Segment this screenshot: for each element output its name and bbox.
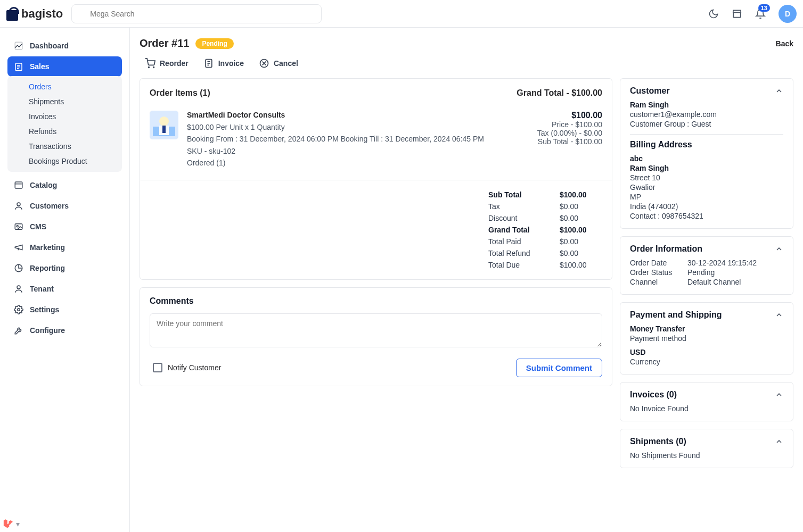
- status-badge: Pending: [195, 38, 233, 49]
- product-thumbnail: [150, 111, 178, 139]
- sidebar-item-bookings[interactable]: Bookings Product: [7, 154, 122, 169]
- marketing-icon: [14, 243, 23, 252]
- unit-line: $100.00 Per Unit x 1 Quantity: [187, 121, 529, 133]
- svg-point-14: [18, 309, 20, 311]
- sidebar-item-tenant[interactable]: Tenant: [7, 279, 122, 299]
- svg-point-15: [149, 67, 150, 68]
- payment-card: Payment and Shipping Money Transfer Paym…: [620, 302, 793, 375]
- invoices-card: Invoices (0) No Invoice Found: [620, 382, 793, 421]
- order-grand-total: Grand Total - $100.00: [517, 88, 602, 98]
- brand-name: bagisto: [21, 7, 63, 21]
- comments-title: Comments: [150, 296, 602, 306]
- sidebar-item-sales[interactable]: Sales: [7, 56, 122, 77]
- booking-line: Booking From : 31 December, 2024 06:00 P…: [187, 133, 529, 145]
- reporting-icon: [14, 263, 23, 273]
- dev-toolbar[interactable]: ▾: [3, 519, 20, 529]
- customer-email: customer1@example.com: [630, 110, 783, 119]
- comments-card: Comments Notify Customer Submit Comment: [140, 287, 612, 386]
- search-wrap: [71, 4, 322, 23]
- chevron-up-icon[interactable]: [775, 437, 783, 446]
- order-items-card: Order Items (1) Grand Total - $100.00 Sm…: [140, 78, 612, 280]
- ordered-line: Ordered (1): [187, 157, 529, 169]
- search-input[interactable]: [71, 4, 322, 23]
- cancel-button[interactable]: Cancel: [259, 58, 298, 69]
- sidebar-item-transactions[interactable]: Transactions: [7, 139, 122, 154]
- sidebar-item-dashboard[interactable]: Dashboard: [7, 36, 122, 56]
- svg-rect-28: [162, 126, 166, 133]
- chevron-up-icon[interactable]: [775, 87, 783, 95]
- topbar: bagisto 13 D: [0, 0, 803, 28]
- svg-point-13: [17, 286, 20, 289]
- chevron-up-icon[interactable]: [775, 311, 783, 319]
- main-content: Order #11 Pending Back Reorder Invoice C…: [130, 28, 803, 532]
- shipments-card: Shipments (0) No Shipments Found: [620, 429, 793, 468]
- chevron-up-icon[interactable]: [775, 390, 783, 399]
- invoice-button[interactable]: Invoice: [203, 58, 244, 69]
- dark-mode-icon[interactable]: [708, 9, 719, 19]
- product-title: SmartMedi Doctor Consults: [187, 111, 529, 119]
- page-header: Order #11 Pending Back: [140, 37, 793, 49]
- cms-icon: [14, 222, 23, 231]
- svg-rect-7: [15, 182, 22, 188]
- svg-point-26: [159, 117, 169, 126]
- svg-point-9: [17, 203, 20, 206]
- chevron-up-icon[interactable]: [775, 245, 783, 253]
- order-actions: Reorder Invoice Cancel: [145, 58, 793, 69]
- sidebar-item-catalog[interactable]: Catalog: [7, 175, 122, 195]
- sidebar-item-configure[interactable]: Configure: [7, 320, 122, 340]
- sidebar-item-invoices[interactable]: Invoices: [7, 109, 122, 124]
- wrench-icon: [14, 326, 23, 335]
- svg-point-16: [153, 67, 154, 68]
- line-subtotal: Sub Total - $100.00: [537, 137, 602, 146]
- order-item-row: SmartMedi Doctor Consults $100.00 Per Un…: [140, 103, 612, 180]
- order-info-card: Order Information Order Date30-12-2024 1…: [620, 236, 793, 295]
- svg-rect-2: [15, 42, 22, 49]
- customer-card: Customer Ram Singh customer1@example.com…: [620, 78, 793, 229]
- avatar[interactable]: D: [779, 5, 797, 23]
- line-amount: $100.00: [537, 111, 602, 120]
- line-price: Price - $100.00: [537, 120, 602, 129]
- sidebar-item-refunds[interactable]: Refunds: [7, 124, 122, 139]
- sidebar-item-cms[interactable]: CMS: [7, 217, 122, 237]
- sidebar-item-reporting[interactable]: Reporting: [7, 258, 122, 278]
- sidebar: Dashboard Sales Orders Shipments Invoice…: [0, 28, 130, 532]
- line-tax: Tax (0.00%) - $0.00: [537, 129, 602, 137]
- sidebar-item-settings[interactable]: Settings: [7, 300, 122, 320]
- comment-input[interactable]: [150, 313, 602, 347]
- sidebar-item-marketing[interactable]: Marketing: [7, 237, 122, 257]
- customer-title: Customer: [630, 86, 670, 96]
- checkbox-icon: [153, 363, 162, 372]
- sales-icon: [14, 62, 23, 71]
- svg-point-11: [17, 226, 18, 227]
- dashboard-icon: [14, 41, 23, 51]
- sidebar-item-customers[interactable]: Customers: [7, 196, 122, 216]
- sales-subnav: Orders Shipments Invoices Refunds Transa…: [7, 76, 122, 172]
- customer-name: Ram Singh: [630, 100, 783, 110]
- totals-block: Sub Total$100.00 Tax$0.00 Discount$0.00 …: [140, 180, 612, 279]
- gear-icon: [14, 305, 23, 314]
- customers-icon: [14, 201, 23, 211]
- back-button[interactable]: Back: [776, 39, 793, 48]
- order-items-title: Order Items (1): [150, 88, 210, 98]
- bag-icon: [6, 7, 18, 21]
- storefront-icon[interactable]: [732, 9, 742, 19]
- notify-customer-checkbox[interactable]: Notify Customer: [150, 363, 221, 372]
- sku-line: SKU - sku-102: [187, 145, 529, 157]
- customer-group: Customer Group : Guest: [630, 119, 783, 129]
- catalog-icon: [14, 180, 23, 190]
- sidebar-item-orders[interactable]: Orders: [7, 79, 122, 94]
- bell-icon[interactable]: 13: [755, 9, 766, 19]
- tenant-icon: [14, 284, 23, 294]
- reorder-button[interactable]: Reorder: [145, 58, 189, 69]
- notification-badge: 13: [758, 4, 770, 12]
- billing-title: Billing Address: [630, 140, 783, 149]
- sidebar-item-shipments[interactable]: Shipments: [7, 94, 122, 109]
- brand-logo[interactable]: bagisto: [6, 7, 63, 21]
- page-title: Order #11: [140, 37, 189, 49]
- submit-comment-button[interactable]: Submit Comment: [516, 359, 602, 377]
